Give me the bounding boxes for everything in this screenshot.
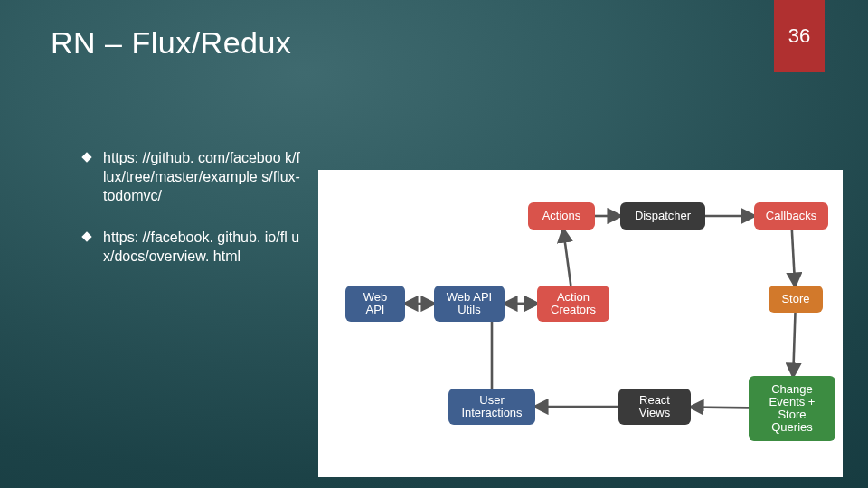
svg-text:Callbacks: Callbacks — [766, 209, 817, 222]
node-store: Store — [769, 286, 823, 313]
svg-text:API: API — [366, 303, 385, 316]
slide-root: RN – Flux/Redux 36 https: //github. com/… — [0, 0, 868, 488]
slide-title: RN – Flux/Redux — [51, 25, 291, 61]
page-number-badge: 36 — [774, 0, 825, 72]
node-actions: Actions — [528, 202, 595, 230]
svg-text:Change: Change — [771, 382, 813, 396]
svg-text:Interactions: Interactions — [461, 406, 523, 419]
node-action_creators: ActionCreators — [537, 286, 609, 322]
svg-text:Views: Views — [639, 406, 671, 419]
bullet-item: https: //github. com/faceboo k/flux/tree… — [83, 149, 300, 205]
svg-text:React: React — [639, 393, 670, 407]
bullet-list: https: //github. com/faceboo k/flux/tree… — [83, 149, 300, 290]
bullet-link[interactable]: https: //github. com/faceboo k/flux/tree… — [103, 149, 300, 205]
node-react_views: ReactViews — [618, 389, 691, 425]
node-change_events: ChangeEvents +StoreQueries — [749, 376, 835, 441]
bullet-text: https: //facebook. github. io/fl ux/docs… — [103, 229, 300, 267]
svg-text:Store: Store — [781, 292, 809, 305]
edge-change_events-react_views — [691, 408, 749, 408]
svg-text:Web: Web — [363, 290, 388, 304]
edge-store-change_events — [793, 313, 795, 376]
svg-text:Web API: Web API — [447, 290, 492, 304]
node-callbacks: Callbacks — [754, 202, 828, 230]
flux-diagram-svg: ActionsDispatcherCallbacksWebAPIWeb APIU… — [318, 170, 843, 477]
node-web_api_utils: Web APIUtils — [434, 286, 505, 322]
svg-text:Creators: Creators — [551, 303, 596, 316]
bullet-item: https: //facebook. github. io/fl ux/docs… — [83, 229, 300, 267]
svg-text:Actions: Actions — [542, 209, 581, 222]
svg-text:Dispatcher: Dispatcher — [635, 209, 692, 222]
edge-callbacks-store — [792, 230, 795, 286]
svg-text:Utils: Utils — [458, 303, 481, 316]
node-dispatcher: Dispatcher — [620, 202, 705, 230]
svg-text:User: User — [479, 393, 505, 407]
node-user_interact: UserInteractions — [448, 389, 535, 425]
node-web_api: WebAPI — [345, 286, 405, 322]
flux-diagram: ActionsDispatcherCallbacksWebAPIWeb APIU… — [318, 170, 843, 477]
svg-text:Action: Action — [557, 290, 590, 304]
page-number: 36 — [788, 24, 810, 48]
diamond-bullet-icon — [81, 232, 91, 242]
diamond-bullet-icon — [81, 152, 91, 162]
svg-text:Queries: Queries — [771, 420, 813, 434]
edge-action_creators-actions — [563, 230, 571, 286]
svg-text:Events +: Events + — [769, 395, 816, 408]
svg-text:Store: Store — [778, 408, 806, 421]
